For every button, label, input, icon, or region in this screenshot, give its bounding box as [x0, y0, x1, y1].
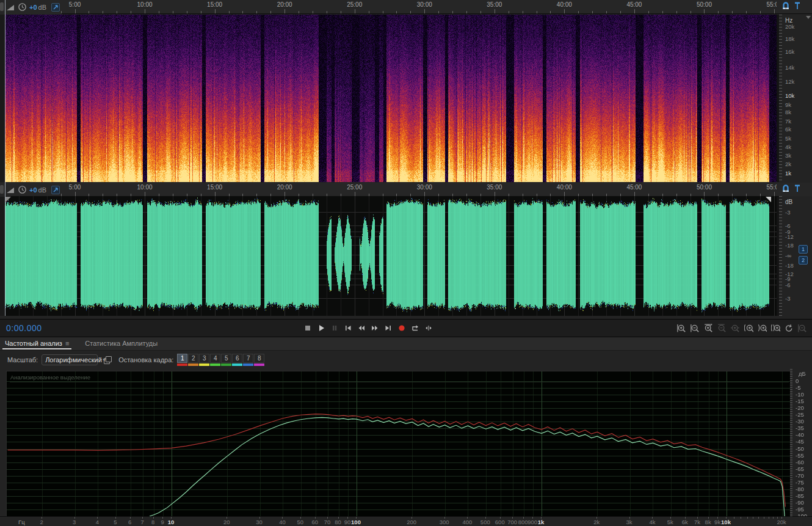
volume-adjust-2[interactable]: +0dB [29, 186, 46, 194]
volume-adjust[interactable]: +0dB [29, 4, 46, 11]
stop-button[interactable] [303, 322, 312, 334]
minute-tick [75, 192, 76, 196]
frequency-plot-canvas[interactable] [7, 371, 791, 517]
frequency-axis-panel: Hz 20k18k16k14k12k10k9k8k7k6k5k4k3k2k1k [779, 15, 812, 183]
zoom-to-selection-button[interactable] [731, 322, 740, 334]
panel-menu-icon[interactable]: ≡ [65, 340, 69, 347]
copy-icon[interactable] [104, 356, 111, 363]
hold-color-bar [232, 363, 242, 366]
minute-tick [424, 9, 425, 13]
zoom-in-amplitude-button[interactable] [677, 322, 686, 334]
playhead[interactable] [5, 0, 5, 316]
zoom-out-full-button[interactable] [798, 322, 807, 334]
minute-tick [578, 11, 579, 13]
play-button[interactable] [316, 322, 325, 334]
time-label: 35:00 [487, 184, 502, 191]
loop-playback-button[interactable] [410, 322, 419, 334]
minute-tick [355, 9, 355, 13]
y-tick-label: -25 [796, 411, 804, 418]
zoom-in-at-in-point-button[interactable] [744, 322, 753, 334]
skip-to-end-button[interactable] [383, 322, 393, 334]
channel-1-button[interactable]: 1 [799, 245, 808, 254]
minute-tick [369, 11, 369, 13]
record-button[interactable] [397, 322, 406, 334]
minute-tick [452, 11, 453, 13]
x-tick-label: 9 [161, 519, 164, 525]
pan-scrollbar-handle[interactable] [0, 2, 4, 11]
x-tick-label: 2 [40, 519, 43, 525]
timecode-display[interactable]: 0:00.000 [6, 323, 42, 333]
pause-button[interactable] [330, 322, 339, 334]
timeline-ruler-waveform[interactable]: 5:0010:0015:0020:0025:0030:0035:0040:004… [0, 183, 777, 197]
x-tick-label: 4k [649, 519, 655, 525]
keyframe-pin-icon[interactable] [794, 1, 801, 10]
zoom-in-at-out-point-button[interactable] [758, 322, 767, 334]
rewind-button[interactable] [357, 322, 366, 334]
pin-arrow-icon[interactable] [51, 3, 60, 12]
minute-tick [327, 11, 327, 13]
fast-forward-button[interactable] [370, 322, 379, 334]
levels-icon[interactable] [6, 3, 15, 12]
clock-icon-2[interactable] [18, 185, 27, 194]
y-tick-label: -40 [796, 431, 804, 438]
y-tick-label: -15 [796, 398, 804, 404]
channel-2-button[interactable]: 2 [799, 256, 808, 265]
scale-select[interactable]: Логарифмический ▼ [42, 354, 98, 365]
panel-menu-triangle-icon[interactable] [806, 16, 811, 20]
x-tick-label: 8 [151, 519, 154, 525]
waveform-canvas[interactable] [5, 196, 777, 316]
zoom-out-time-button[interactable] [717, 322, 727, 334]
hold-button-7[interactable]: 7 [243, 354, 253, 366]
hz-tick-label: 8k [785, 109, 791, 115]
hold-button-2[interactable]: 2 [188, 354, 198, 366]
hold-button-3[interactable]: 3 [199, 354, 209, 366]
hz-tick-label: 1k [785, 170, 791, 177]
pin-arrow-icon-2[interactable] [51, 186, 60, 194]
x-tick-label: 800 [518, 519, 528, 525]
hz-tick-label: 12k [785, 78, 794, 85]
levels-icon-2[interactable] [6, 186, 15, 194]
tab-frequency-analysis[interactable]: Частотный анализ ≡ [0, 337, 74, 350]
zoom-to-selection-edges-button[interactable] [771, 322, 780, 334]
minute-tick [285, 192, 285, 196]
scale-select-value: Логарифмический [45, 356, 102, 363]
minute-tick [509, 11, 509, 13]
selection-handle-left-icon[interactable] [5, 197, 11, 202]
hold-button-number: 8 [254, 354, 264, 363]
y-tick-label: -35 [796, 425, 804, 431]
hold-button-5[interactable]: 5 [221, 354, 231, 366]
clock-icon[interactable] [18, 2, 27, 12]
hold-button-number: 1 [177, 354, 187, 363]
analyzed-selection-label: Анализированное выделение [10, 373, 789, 382]
zoom-in-time-button[interactable] [704, 322, 713, 334]
x-tick-label: 9k [714, 519, 720, 525]
skip-to-start-button[interactable] [343, 322, 352, 334]
hold-button-6[interactable]: 6 [232, 354, 242, 366]
hold-button-1[interactable]: 1 [177, 354, 187, 366]
db-tick-label: -3 [785, 295, 790, 302]
hold-button-8[interactable]: 8 [254, 354, 264, 366]
timeline-ruler-spectrogram[interactable]: 5:0010:0015:0020:0025:0030:0035:0040:004… [0, 0, 777, 14]
magnet-icon-2[interactable] [781, 184, 790, 193]
hz-tick-label: 9k [785, 101, 791, 108]
frequency-plot-area[interactable]: Анализированное выделение [6, 371, 790, 516]
zoom-out-amplitude-button[interactable] [691, 322, 700, 334]
x-tick-label: 2k [593, 519, 600, 525]
skip-selection-button[interactable] [424, 322, 433, 334]
time-label: 35:00 [487, 1, 502, 8]
selection-handle-right-icon[interactable] [766, 197, 771, 202]
pan-scrollbar-handle-2[interactable] [0, 185, 4, 194]
tab-amplitude-statistics[interactable]: Статистика Амплитуды [80, 337, 162, 350]
db-tick-label: -6 [785, 282, 790, 288]
reset-zoom-button[interactable] [785, 322, 794, 334]
y-tick-label: -10 [796, 391, 804, 398]
magnet-icon[interactable] [781, 1, 790, 10]
x-tick-label: 5 [114, 519, 117, 525]
minute-tick [620, 11, 621, 13]
minute-tick [774, 9, 775, 13]
keyframe-pin-icon-2[interactable] [794, 184, 801, 193]
spectrogram-canvas[interactable] [5, 15, 777, 182]
hold-button-4[interactable]: 4 [210, 354, 220, 366]
x-tick-label: 6k [682, 519, 688, 525]
y-tick-label: -55 [796, 452, 804, 459]
